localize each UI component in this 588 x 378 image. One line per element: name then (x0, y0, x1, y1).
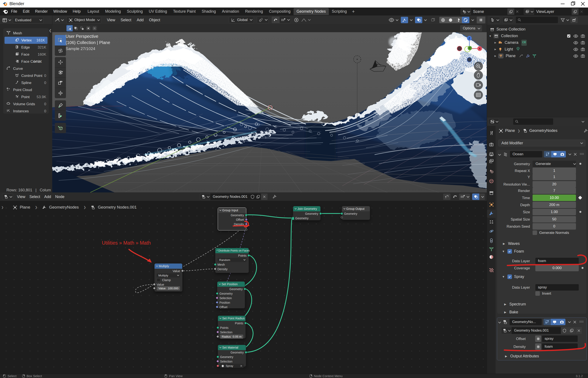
svg-text:X: X (479, 47, 481, 50)
svg-text:Z: Z (469, 37, 470, 40)
svg-text:Y: Y (469, 47, 471, 50)
